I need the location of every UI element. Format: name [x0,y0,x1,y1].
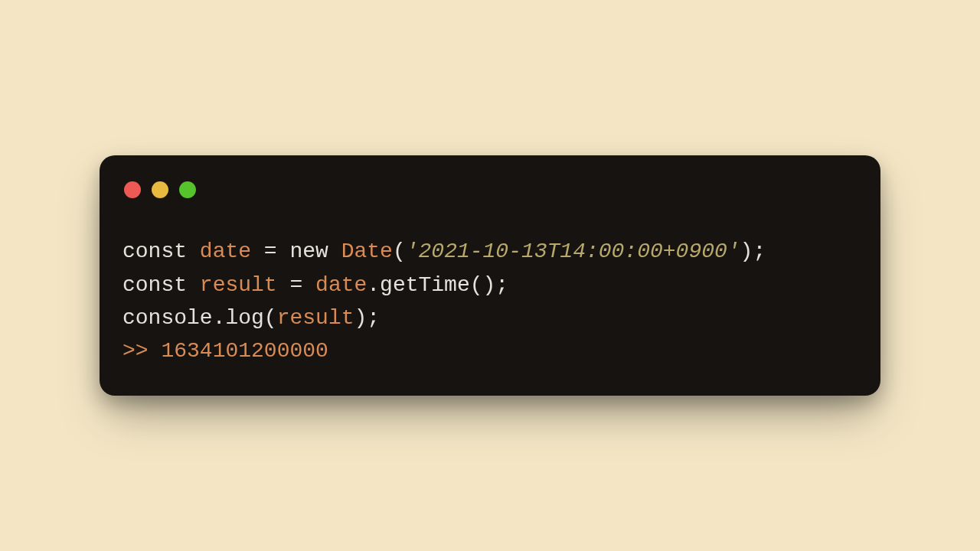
dot: . [367,273,380,297]
output-value: 1634101200000 [161,339,328,363]
method-gettime: getTime [380,273,470,297]
op-assign: = [277,273,315,297]
paren-open: ( [264,306,277,330]
code-block: const date = new Date('2021-10-13T14:00:… [122,235,858,368]
class-date: Date [341,240,393,263]
window-minimize-icon[interactable] [152,181,168,198]
call-suffix: (); [470,273,508,297]
window-zoom-icon[interactable] [179,181,196,198]
code-line-4: >> 1634101200000 [122,339,328,363]
kw-new: new [289,240,341,263]
paren-close-semicolon: ); [740,240,766,263]
window-close-icon[interactable] [124,181,141,198]
code-window: const date = new Date('2021-10-13T14:00:… [100,155,880,396]
paren-close-semicolon: ); [354,306,381,330]
op-assign: = [251,240,289,263]
ident-console: console [122,306,213,330]
string-literal: '2021-10-13T14:00:00+0900' [406,240,740,263]
output-prompt: >> [122,339,161,363]
code-line-3: console.log(result); [122,306,380,330]
ident-date: date [315,273,367,297]
kw-const: const [122,240,200,263]
ident-result: result [200,273,277,297]
code-line-2: const result = date.getTime(); [122,273,508,297]
window-titlebar [122,178,858,198]
paren-open: ( [393,240,406,263]
ident-result: result [277,306,354,330]
kw-const: const [122,273,200,297]
method-log: log [225,306,263,330]
ident-date: date [200,240,251,263]
code-line-1: const date = new Date('2021-10-13T14:00:… [122,240,766,263]
dot: . [213,306,226,330]
